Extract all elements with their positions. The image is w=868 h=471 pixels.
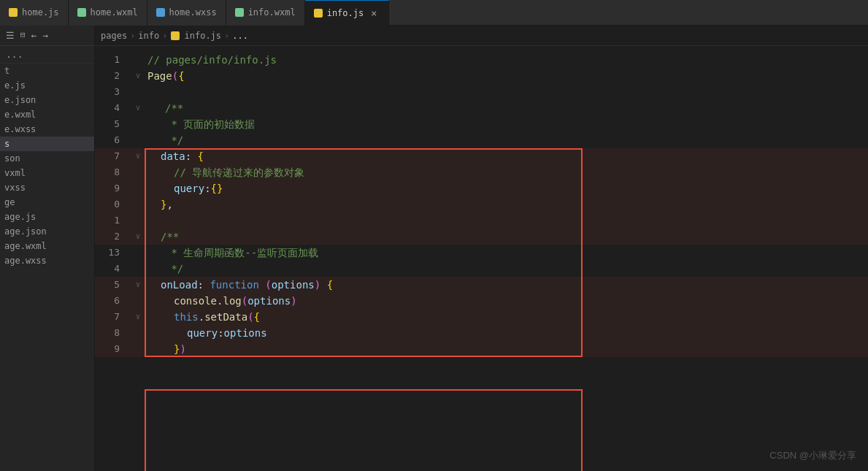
sidebar-item-ge[interactable]: ge	[0, 195, 94, 210]
line-num-19: 9	[95, 341, 131, 357]
breadcrumb-pages[interactable]: pages	[101, 31, 127, 41]
code-line-2: 2 Page({	[95, 68, 868, 84]
line-content-13: * 生命周期函数--监听页面加载	[145, 245, 868, 261]
breadcrumb-sep2: ›	[162, 31, 167, 41]
sidebar-item-ewxss[interactable]: e.wxss	[0, 122, 94, 137]
nav-forward-icon[interactable]: →	[42, 30, 48, 41]
sidebar-item-agejs[interactable]: age.js	[0, 210, 94, 224]
code-line-17: 7 this.setData({	[95, 309, 868, 325]
line-content-10: },	[145, 196, 868, 212]
tab-info-wxml[interactable]: info.wxml	[226, 0, 305, 26]
main-area: ☰ ⊟ ← → ... t e.js e.json e.wxml e.wxss …	[0, 26, 868, 471]
line-num-18: 8	[95, 325, 131, 341]
tab-label-home-wxml: home.wxml	[91, 7, 138, 18]
line-num-2: 2	[95, 68, 131, 84]
sidebar-item-vxml[interactable]: vxml	[0, 166, 94, 180]
breadcrumb-text: pages › info › info.js › ...	[101, 31, 248, 41]
line-content-14: */	[145, 261, 868, 277]
line-num-3: 3	[95, 84, 131, 100]
line-fold-2[interactable]	[131, 68, 145, 84]
tab-home-wxss[interactable]: home.wxss	[147, 0, 226, 26]
line-content-2: Page({	[145, 68, 868, 84]
sidebar-item-son[interactable]: son	[0, 151, 94, 166]
red-box-2	[145, 389, 583, 471]
line-content-12: /**	[145, 229, 868, 245]
sidebar-item-agewxss[interactable]: age.wxss	[0, 253, 94, 268]
line-content-1: // pages/info/info.js	[145, 52, 868, 68]
line-content-6: */	[145, 132, 868, 148]
line-num-16: 6	[95, 293, 131, 309]
line-num-13: 13	[95, 245, 131, 261]
code-line-10: 0 },	[95, 196, 868, 212]
ellipsis-label: ...	[6, 49, 23, 60]
editor-content[interactable]: 1 // pages/info/info.js 2 Page({ 3	[95, 46, 868, 471]
tab-info-js[interactable]: info.js ×	[305, 0, 390, 26]
sidebar-item-ejs[interactable]: e.js	[0, 78, 94, 93]
sidebar-items: t e.js e.json e.wxml e.wxss s son vxml v…	[0, 64, 94, 471]
sidebar-dots: ...	[0, 46, 94, 64]
sidebar-item-s[interactable]: s	[0, 137, 94, 151]
nav-back-icon[interactable]: ←	[31, 30, 37, 41]
menu-icon[interactable]: ☰	[6, 30, 15, 41]
line-num-8: 8	[95, 164, 131, 180]
tab-icon-home-wxml	[77, 8, 86, 17]
code-line-5: 5 * 页面的初始数据	[95, 116, 868, 132]
breadcrumb-ellipsis: ...	[232, 31, 248, 41]
line-num-17: 7	[95, 309, 131, 325]
breadcrumb-sep1: ›	[130, 31, 135, 41]
tab-home-wxml[interactable]: home.wxml	[69, 0, 147, 26]
breadcrumb-file-icon	[171, 31, 180, 40]
code-line-11: 1	[95, 212, 868, 229]
tab-home-js[interactable]: home.js	[0, 0, 69, 26]
bookmark-icon[interactable]: ⊟	[20, 30, 26, 41]
line-content-18: query:options	[145, 325, 868, 341]
code-line-6: 6 */	[95, 132, 868, 148]
line-content-7: data: {	[145, 148, 868, 164]
line-num-14: 4	[95, 261, 131, 277]
sidebar-item-agewxml[interactable]: age.wxml	[0, 239, 94, 253]
line-num-6: 6	[95, 132, 131, 148]
line-fold-15[interactable]	[131, 277, 145, 293]
editor-area: pages › info › info.js › ... 1 // pages/…	[95, 26, 868, 471]
sidebar-item-ejson[interactable]: e.json	[0, 93, 94, 107]
sidebar-toolbar: ☰ ⊟ ← →	[0, 26, 94, 46]
line-content-15: onLoad: function (options) {	[145, 277, 868, 293]
line-content-8: // 导航传递过来的参数对象	[145, 164, 868, 180]
sidebar-item-agejson[interactable]: age.json	[0, 224, 94, 239]
breadcrumb: pages › info › info.js › ...	[95, 26, 868, 46]
line-num-4: 4	[95, 100, 131, 116]
code-line-13: 13 * 生命周期函数--监听页面加载	[95, 245, 868, 261]
sidebar-item-ewxml[interactable]: e.wxml	[0, 107, 94, 122]
tab-label-home-js: home.js	[22, 7, 59, 18]
code-line-3: 3	[95, 84, 868, 100]
line-content-17: this.setData({	[145, 309, 868, 325]
breadcrumb-infjs[interactable]: info.js	[185, 31, 222, 41]
line-num-5: 5	[95, 116, 131, 132]
tab-icon-info-js	[314, 9, 323, 18]
line-fold-12[interactable]	[131, 229, 145, 245]
code-line-9: 9 query:{}	[95, 180, 868, 196]
sidebar-item-t[interactable]: t	[0, 64, 94, 78]
tab-label-home-wxss: home.wxss	[169, 7, 217, 18]
code-line-1: 1 // pages/info/info.js	[95, 52, 868, 68]
code-line-4: 4 /**	[95, 100, 868, 116]
tab-icon-home-js	[9, 8, 18, 17]
line-num-11: 1	[95, 212, 131, 229]
line-content-5: * 页面的初始数据	[145, 116, 868, 132]
breadcrumb-sep3: ›	[224, 31, 229, 41]
tab-label-info-wxml: info.wxml	[248, 7, 296, 18]
line-fold-7[interactable]	[131, 148, 145, 164]
line-fold-4[interactable]	[131, 100, 145, 116]
line-fold-17[interactable]	[131, 309, 145, 325]
code-line-14: 4 */	[95, 261, 868, 277]
line-num-9: 9	[95, 180, 131, 196]
tab-icon-home-wxss	[156, 8, 165, 17]
sidebar-item-vxss[interactable]: vxss	[0, 180, 94, 195]
line-content-19: })	[145, 341, 868, 357]
tab-close-icon[interactable]: ×	[368, 7, 380, 19]
code-line-16: 6 console.log(options)	[95, 293, 868, 309]
code-line-18: 8 query:options	[95, 325, 868, 341]
code-line-7: 7 data: {	[95, 148, 868, 164]
breadcrumb-info[interactable]: info	[138, 31, 159, 41]
sidebar: ☰ ⊟ ← → ... t e.js e.json e.wxml e.wxss …	[0, 26, 95, 471]
